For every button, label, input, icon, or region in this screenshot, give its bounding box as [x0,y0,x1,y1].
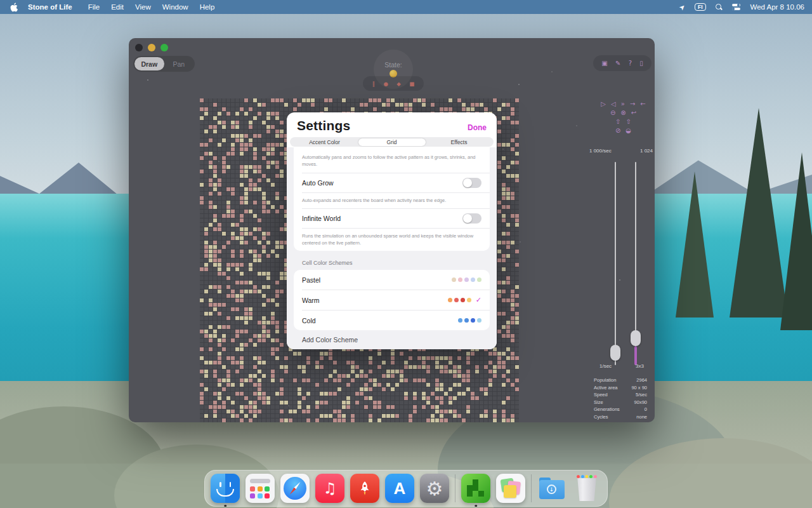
stat-value: 2964 [636,377,647,383]
share-icon[interactable]: ⇧ [615,118,620,125]
stop-icon[interactable]: ■ [409,81,414,87]
color-dot [471,277,475,282]
speckle [551,71,553,72]
size-max-label: 1 024 [640,148,653,154]
wallpaper-pine-tree [730,108,788,318]
speckle [520,241,521,243]
clear-circle-icon[interactable]: ⊗ [620,109,625,116]
camera-icon[interactable]: ▣ [601,60,607,67]
tab-effects[interactable]: Effects [426,138,493,146]
draw-mode-button[interactable]: Draw [134,57,164,70]
menu-item-help[interactable]: Help [194,3,221,11]
edit-circle-icon[interactable]: ⊘ [615,127,620,134]
dock-safari[interactable] [280,474,310,503]
color-dot [464,318,469,323]
simulation-stats: Population2964Active area90 x 90Speed5/s… [594,377,647,420]
menu-item-view[interactable]: View [129,3,157,11]
speed-slider[interactable] [610,162,620,365]
menu-bar-clock[interactable]: Wed Apr 8 10.06 [750,3,804,11]
speckle [147,79,148,81]
dock-stickies[interactable] [496,474,525,503]
stat-value: 0 [645,406,647,412]
search-icon[interactable] [716,4,723,11]
speed-slider-thumb[interactable] [610,345,620,361]
play-icon[interactable]: ▷ [601,100,606,107]
undo-icon[interactable]: ↩ [631,109,636,116]
menu-item-window[interactable]: Window [157,3,194,11]
stat-value: 90x90 [634,399,647,405]
dock: ♫A⚙↓ [204,470,608,507]
bulb-icon[interactable]: ◒ [625,127,631,134]
toggle-auto-grow[interactable] [462,178,481,188]
zoom-button[interactable] [160,44,168,51]
speckle [619,279,620,281]
apple-menu-icon[interactable] [9,2,19,12]
scheme-swatches: ✓ [448,296,481,304]
dock-divider [455,474,455,502]
scheme-row-warm[interactable]: Warm✓ [294,290,490,310]
size-slider-thumb[interactable] [631,330,641,346]
stat-active-area: Active area90 x 90 [594,385,647,391]
scheme-name: Warm [302,297,320,304]
dock-downloads-folder[interactable]: ↓ [537,474,566,503]
device-icon[interactable]: ▯ [639,60,643,67]
stat-population: Population2964 [594,377,647,383]
dock-finder[interactable] [211,474,240,503]
size-slider[interactable] [631,162,641,365]
stat-generations: Generations0 [594,406,647,412]
speed-slider-track [615,162,616,365]
scheme-swatches [458,318,481,323]
tab-grid[interactable]: Grid [358,138,426,146]
dock-trash[interactable] [572,474,601,503]
row-description: Automatically pans and zooms to follow t… [294,150,490,173]
speckle [288,405,289,406]
pencil-icon[interactable]: ✎ [615,60,620,67]
control-center-icon[interactable] [732,4,741,11]
export-icon[interactable]: ⇧ [626,118,631,125]
toggle-knob [463,214,472,223]
dock-app-store[interactable]: A [385,474,414,503]
add-color-scheme-button[interactable]: Add Color Scheme [294,330,490,344]
simulation-controls: ▷◁»→←⊖⊗↩⇧⇧⊘◒ [593,100,653,134]
record-icon[interactable]: ● [383,81,388,87]
color-dot [477,277,481,282]
stat-label: Active area [594,385,618,391]
pan-mode-button[interactable]: Pan [164,57,194,70]
color-dot [461,298,465,302]
toggle-infinite-world[interactable] [462,213,481,224]
stat-label: Generations [594,406,620,412]
step-back-icon[interactable]: ◁ [611,100,616,107]
arrow-left-icon[interactable]: ← [640,100,645,107]
scheme-row-pastel[interactable]: Pastel [294,270,490,290]
menu-bar-menus: FileEditViewWindowHelp [82,3,221,11]
scheme-row-cold[interactable]: Cold [294,311,490,330]
menu-item-file[interactable]: File [82,3,106,11]
speckle [518,84,520,85]
arrow-right-icon[interactable]: → [630,100,635,107]
pause-icon[interactable]: ‖ [372,81,375,87]
minus-circle-icon[interactable]: ⊖ [610,109,615,116]
color-dot [458,277,462,282]
close-button[interactable] [135,44,143,51]
menu-item-edit[interactable]: Edit [105,3,129,11]
dock-music[interactable]: ♫ [315,474,344,503]
control-row: ⊘◒ [593,127,653,134]
dock-launchpad[interactable] [246,474,275,503]
done-button[interactable]: Done [468,123,487,132]
fast-forward-icon[interactable]: » [621,100,625,107]
help-icon[interactable]: ? [629,60,632,67]
minimize-button[interactable] [148,44,155,51]
scheme-name: Pastel [302,276,320,284]
color-dot [448,298,452,302]
dock-stone-of-life[interactable] [461,474,490,503]
settings-scroll-area[interactable]: Automatically pans and zooms to follow t… [287,147,497,349]
rocket-status-icon[interactable]: ➤ [678,2,688,12]
color-dot [477,318,481,323]
tab-accent-color[interactable]: Accent Color [291,138,358,146]
dock-rocket-app[interactable] [350,474,379,503]
color-dot [471,318,475,323]
active-app-name[interactable]: Stone of Life [28,3,72,11]
dock-system-settings[interactable]: ⚙ [420,474,449,503]
input-source-badge[interactable]: FI [695,3,706,11]
flask-icon[interactable]: ◆ [396,81,401,87]
